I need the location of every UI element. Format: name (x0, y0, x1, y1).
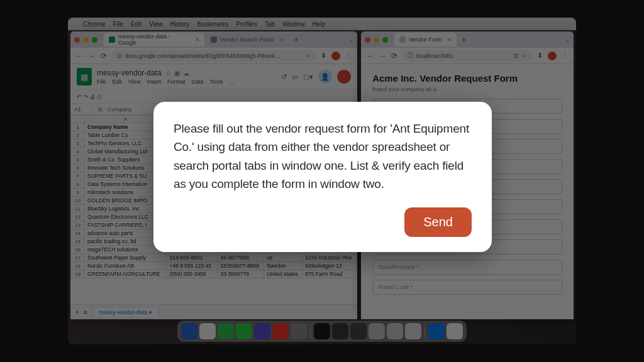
modal-text: Please fill out the vendor request form … (174, 119, 472, 194)
task-modal: Please fill out the vendor request form … (153, 102, 492, 252)
send-button[interactable]: Send (404, 207, 472, 237)
